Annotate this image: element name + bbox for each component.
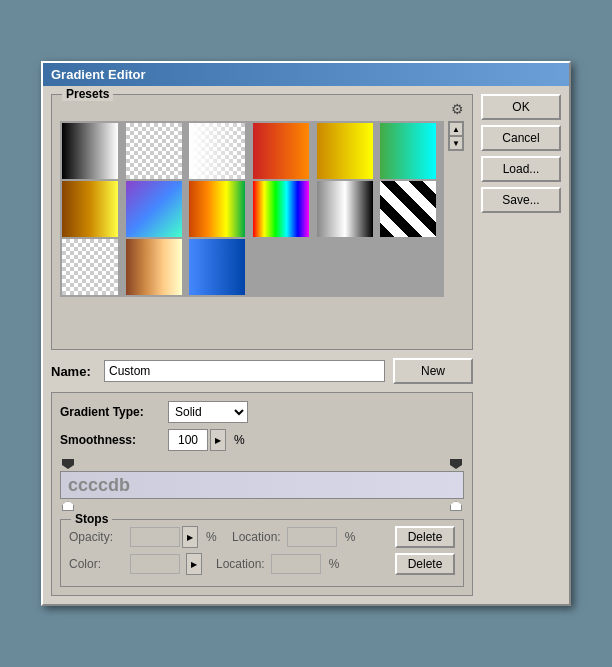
name-label: Name:	[51, 364, 96, 379]
gradient-stops-bottom	[60, 501, 464, 511]
opacity-value[interactable]	[130, 527, 180, 547]
gradient-bar-container: ccccdb	[60, 459, 464, 511]
gradient-stops-top	[60, 459, 464, 469]
presets-label: Presets	[62, 87, 113, 101]
scrollbar-down-btn[interactable]: ▼	[449, 136, 463, 150]
preset-swatch-2[interactable]	[126, 123, 182, 179]
color-location-value[interactable]	[271, 554, 321, 574]
name-row: Name: New	[51, 358, 473, 384]
preset-swatch-15[interactable]	[189, 239, 245, 295]
gradient-type-row: Gradient Type: Solid Noise	[60, 401, 464, 423]
preset-swatch-3[interactable]	[189, 123, 245, 179]
right-buttons-panel: OK Cancel Load... Save...	[481, 94, 561, 596]
color-location-label: Location:	[216, 557, 265, 571]
preset-swatch-14[interactable]	[126, 239, 182, 295]
stop-marker-bottom-right[interactable]	[450, 501, 462, 511]
preset-swatch-9[interactable]	[189, 181, 245, 237]
color-delete-button[interactable]: Delete	[395, 553, 455, 575]
presets-extra-area	[60, 301, 464, 341]
gradient-editor-dialog: Gradient Editor Presets ⚙	[41, 61, 571, 606]
cancel-button[interactable]: Cancel	[481, 125, 561, 151]
preset-swatch-12[interactable]	[380, 181, 436, 237]
opacity-row: Opacity: ▶ % Location: % Delete	[69, 526, 455, 548]
opacity-increment-btn[interactable]: ▶	[182, 526, 198, 548]
gradient-bar-wrapper: ccccdb	[60, 471, 464, 499]
opacity-location-value[interactable]	[287, 527, 337, 547]
gradient-hex-text: ccccdb	[68, 475, 130, 496]
smoothness-unit: %	[234, 433, 245, 447]
smoothness-label: Smoothness:	[60, 433, 160, 447]
opacity-unit: %	[206, 530, 218, 544]
color-location-unit: %	[329, 557, 341, 571]
title-bar: Gradient Editor	[43, 63, 569, 86]
opacity-label: Opacity:	[69, 530, 124, 544]
presets-scrollbar: ▲ ▼	[448, 121, 464, 151]
content-area: Presets ⚙	[51, 94, 561, 596]
load-button[interactable]: Load...	[481, 156, 561, 182]
stop-marker-bottom-left[interactable]	[62, 501, 74, 511]
gradient-type-label: Gradient Type:	[60, 405, 160, 419]
presets-area: ▲ ▼	[60, 121, 464, 297]
gradient-section: Gradient Type: Solid Noise Smoothness: ▶…	[51, 392, 473, 596]
stops-group-label: Stops	[71, 512, 112, 526]
preset-swatch-13[interactable]	[62, 239, 118, 295]
name-input[interactable]	[104, 360, 385, 382]
preset-swatch-8[interactable]	[126, 181, 182, 237]
presets-grid	[60, 121, 444, 297]
opacity-location-label: Location:	[232, 530, 281, 544]
stop-marker-top-right[interactable]	[450, 459, 462, 469]
color-value[interactable]	[130, 554, 180, 574]
stop-marker-top-left[interactable]	[62, 459, 74, 469]
presets-header: ⚙	[60, 101, 464, 117]
smoothness-row: Smoothness: ▶ %	[60, 429, 464, 451]
smoothness-increment-btn[interactable]: ▶	[210, 429, 226, 451]
preset-swatch-7[interactable]	[62, 181, 118, 237]
stops-group: Stops Opacity: ▶ % Location: % Delete	[60, 519, 464, 587]
preset-swatch-11[interactable]	[317, 181, 373, 237]
smoothness-spinner: ▶	[168, 429, 226, 451]
preset-swatch-10[interactable]	[253, 181, 309, 237]
gear-icon[interactable]: ⚙	[451, 101, 464, 117]
new-button[interactable]: New	[393, 358, 473, 384]
save-button[interactable]: Save...	[481, 187, 561, 213]
color-label: Color:	[69, 557, 124, 571]
presets-group: Presets ⚙	[51, 94, 473, 350]
opacity-delete-button[interactable]: Delete	[395, 526, 455, 548]
preset-swatch-6[interactable]	[380, 123, 436, 179]
color-row: Color: ▶ Location: % Delete	[69, 553, 455, 575]
preset-swatch-4[interactable]	[253, 123, 309, 179]
color-arrow-btn[interactable]: ▶	[186, 553, 202, 575]
left-panel: Presets ⚙	[51, 94, 473, 596]
preset-swatch-5[interactable]	[317, 123, 373, 179]
preset-swatch-1[interactable]	[62, 123, 118, 179]
smoothness-value[interactable]	[168, 429, 208, 451]
color-swatch-row: ▶	[130, 553, 202, 575]
opacity-location-unit: %	[345, 530, 357, 544]
opacity-spinner: ▶	[130, 526, 198, 548]
ok-button[interactable]: OK	[481, 94, 561, 120]
gradient-type-select[interactable]: Solid Noise	[168, 401, 248, 423]
scrollbar-up-btn[interactable]: ▲	[449, 122, 463, 136]
dialog-title: Gradient Editor	[51, 67, 146, 82]
